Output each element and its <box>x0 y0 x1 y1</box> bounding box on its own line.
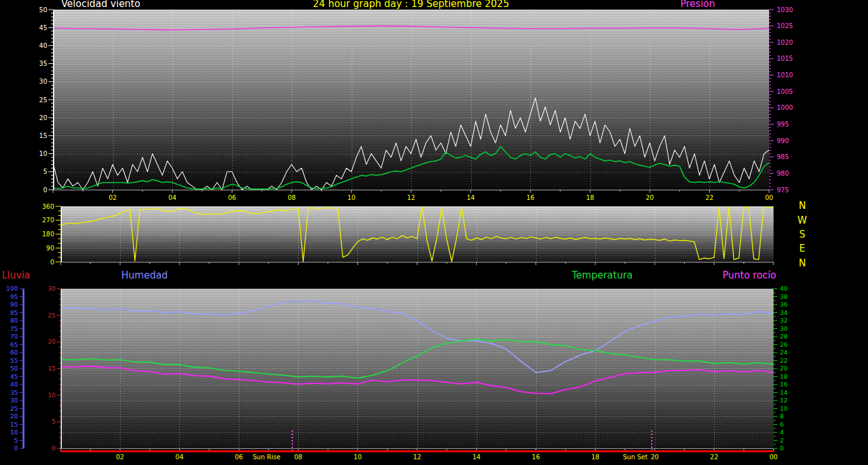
humidity-axis-tick-label: 90 <box>10 301 18 308</box>
temperature-title: Temperatura <box>572 270 632 280</box>
humidity-axis-tick-label: 75 <box>10 325 18 332</box>
temp-axis-tick-label: 26 <box>780 341 788 348</box>
temp-axis-tick-label: 4 <box>780 429 784 436</box>
bottom-x-tick-label: 00 <box>770 454 778 461</box>
bottom-x-tick-label: 10 <box>354 454 362 461</box>
temp-axis-tick-label: 18 <box>780 373 788 380</box>
temp-axis-tick-label: 30 <box>780 325 788 332</box>
direction-axis-tick-label: 180 <box>42 231 54 238</box>
wind-axis-tick-label: 0 <box>43 187 47 194</box>
rain-axis-tick-label: 20 <box>48 338 56 345</box>
bottom-x-tick-label: 20 <box>650 454 659 461</box>
sun-set-label: Sun Set <box>623 454 648 461</box>
wind-axis-tick-label: 5 <box>43 168 47 175</box>
pressure-axis-tick-label: 990 <box>777 137 789 144</box>
wind-axis-tick-label: 25 <box>39 96 47 103</box>
humidity-axis-tick-label: 85 <box>10 309 18 316</box>
top-x-tick-label: 06 <box>228 194 236 201</box>
compass-label-s: S <box>795 229 809 240</box>
bottom-x-tick-label: 12 <box>413 454 421 461</box>
bottom-x-tick-label: 08 <box>294 454 303 461</box>
rain-title: Lluvia <box>2 270 30 280</box>
rain-axis-tick-label: 30 <box>48 285 56 292</box>
top-x-tick-label: 16 <box>527 194 535 201</box>
pressure-axis-tick-label: 1020 <box>777 39 793 46</box>
humidity-axis-tick-label: 60 <box>10 349 18 356</box>
rain-axis-tick-label: 0 <box>52 445 56 452</box>
top-x-tick-label: 02 <box>108 194 117 201</box>
temp-axis-tick-label: 28 <box>780 333 788 340</box>
bottom-x-tick-label: 22 <box>710 454 719 461</box>
top-x-tick-label: 00 <box>765 194 774 201</box>
humidity-axis-tick-label: 55 <box>10 357 18 364</box>
temp-axis-tick-label: 34 <box>780 309 788 316</box>
humidity-title: Humedad <box>121 270 168 280</box>
compass-label-n-bottom: N <box>795 258 809 268</box>
humidity-axis-tick-label: 50 <box>10 365 18 372</box>
pressure-title: Presión <box>680 0 715 9</box>
direction-axis-tick-label: 270 <box>42 217 54 224</box>
wind-axis-tick-label: 15 <box>39 132 47 139</box>
direction-axis-tick-label: 0 <box>50 259 54 266</box>
top-x-tick-label: 12 <box>407 194 415 201</box>
temp-axis-tick-label: 12 <box>780 397 788 404</box>
humidity-axis-tick-label: 20 <box>10 413 18 420</box>
humidity-axis-tick-label: 35 <box>10 389 18 396</box>
compass-label-w: W <box>795 215 809 225</box>
humidity-axis-tick-label: 40 <box>10 381 18 388</box>
top-x-tick-label: 04 <box>168 194 177 201</box>
temp-axis-tick-label: 6 <box>780 421 784 428</box>
pressure-axis-tick-label: 1030 <box>777 6 793 13</box>
temp-axis-tick-label: 0 <box>780 445 784 452</box>
humidity-axis-tick-label: 30 <box>10 397 18 404</box>
pressure-axis-tick-label: 995 <box>777 121 789 128</box>
bottom-x-tick-label: 14 <box>472 454 481 461</box>
temp-axis-tick-label: 38 <box>780 293 788 300</box>
weather-charts-canvas: 0510152025303540455097598098599099510001… <box>0 0 868 465</box>
pressure-axis-tick-label: 985 <box>777 153 789 160</box>
humidity-axis-tick-label: 65 <box>10 341 18 348</box>
top-x-tick-label: 14 <box>467 194 475 201</box>
compass-label-e: E <box>795 243 809 254</box>
pressure-axis-tick-label: 1015 <box>777 55 793 62</box>
dew-point-title: Punto rocío <box>722 270 776 280</box>
sun-rise-label: Sun Rise <box>253 454 280 461</box>
wind-axis-tick-label: 20 <box>39 114 47 121</box>
temp-axis-tick-label: 16 <box>780 381 788 388</box>
top-x-tick-label: 10 <box>347 194 355 201</box>
temp-axis-tick-label: 20 <box>780 365 788 372</box>
wind-axis-tick-label: 50 <box>39 6 47 13</box>
pressure-axis-tick-label: 975 <box>777 187 789 194</box>
humidity-axis-tick-label: 0 <box>14 445 18 452</box>
wind-axis-tick-label: 45 <box>39 24 47 31</box>
wind-axis-tick-label: 35 <box>39 60 47 67</box>
wind-axis-tick-label: 10 <box>39 150 47 157</box>
temp-axis-tick-label: 22 <box>780 357 788 364</box>
rain-axis-tick-label: 10 <box>48 392 56 399</box>
humidity-axis-tick-label: 5 <box>14 437 18 444</box>
temp-axis-tick-label: 32 <box>780 317 788 324</box>
humidity-axis-tick-label: 15 <box>10 421 18 428</box>
direction-axis-tick-label: 90 <box>46 245 54 252</box>
humidity-axis-tick-label: 100 <box>6 285 18 292</box>
weather-graph-screen: 0510152025303540455097598098599099510001… <box>0 0 868 465</box>
pressure-axis-tick-label: 1000 <box>777 104 793 111</box>
wind-axis-tick-label: 40 <box>39 42 47 49</box>
humidity-axis-tick-label: 80 <box>10 317 18 324</box>
temp-axis-tick-label: 2 <box>780 437 784 444</box>
humidity-axis-tick-label: 70 <box>10 333 18 340</box>
wind-axis-tick-label: 30 <box>39 78 47 85</box>
pressure-axis-tick-label: 1010 <box>777 72 793 79</box>
pressure-axis-tick-label: 1005 <box>777 88 793 95</box>
rain-axis-tick-label: 25 <box>48 312 56 319</box>
temp-axis-tick-label: 24 <box>780 349 788 356</box>
compass-label-n-top: N <box>795 201 809 211</box>
temp-axis-tick-label: 36 <box>780 301 788 308</box>
temp-axis-tick-label: 10 <box>780 405 788 412</box>
bottom-x-tick-label: 06 <box>235 454 243 461</box>
rain-axis-tick-label: 15 <box>48 365 56 372</box>
humidity-axis-tick-label: 45 <box>10 373 18 380</box>
bottom-x-tick-label: 18 <box>591 454 599 461</box>
humidity-axis-tick-label: 10 <box>10 429 18 436</box>
direction-axis-tick-label: 360 <box>42 203 54 210</box>
